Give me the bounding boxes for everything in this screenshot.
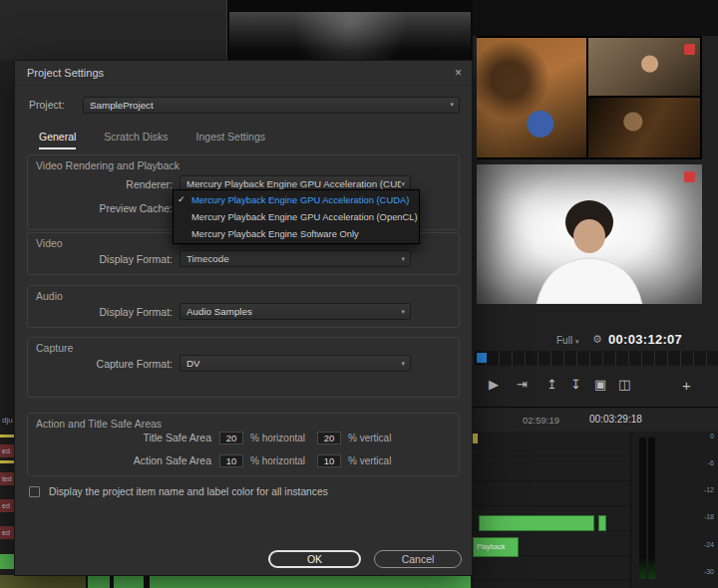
- video-display-format-dropdown[interactable]: Timecode ▾: [180, 250, 411, 267]
- action-safe-vertical-input[interactable]: [317, 454, 341, 467]
- display-label-checkbox-label: Display the project item name and label …: [49, 486, 328, 497]
- timeline-clip[interactable]: [0, 575, 86, 588]
- capture-format-dropdown[interactable]: DV ▾: [180, 355, 411, 372]
- dialog-tabs: General Scratch Disks Ingest Settings: [39, 131, 265, 149]
- clip-label: Playback: [474, 538, 518, 556]
- timeline-clip[interactable]: [479, 515, 594, 531]
- meter-scale-label: -30: [704, 568, 714, 575]
- multicam-grid: [477, 36, 702, 159]
- dialog-titlebar: Project Settings ×: [15, 61, 472, 86]
- program-monitor[interactable]: [477, 164, 702, 304]
- vertical-suffix: % vertical: [348, 433, 391, 443]
- menu-item-label: Mercury Playback Engine Software Only: [191, 228, 359, 239]
- tab-scratch-disks[interactable]: Scratch Disks: [104, 131, 168, 149]
- check-icon: ✓: [178, 191, 185, 208]
- group-title: Action and Title Safe Areas: [36, 418, 162, 430]
- transport-controls: ▶ ⇥ ↥ ↧ ▣ ◫ +: [473, 367, 718, 407]
- action-safe-area-label: Action Safe Area: [28, 454, 211, 466]
- dialog-buttons: OK Cancel: [268, 550, 462, 568]
- button-editor-plus-icon[interactable]: +: [682, 377, 691, 394]
- export-frame-button[interactable]: ▣: [594, 377, 606, 392]
- video-display-format-value: Timecode: [180, 253, 401, 264]
- top-video-strip: [473, 0, 718, 36]
- program-time-ruler[interactable]: [473, 351, 718, 366]
- record-badge: [684, 44, 695, 55]
- settings-wrench-icon[interactable]: ⚙: [592, 333, 602, 346]
- chevron-down-icon: ▾: [401, 308, 405, 316]
- premiere-app: Full ▾ ⚙ 00:03:12:07 ▶ ⇥ ↥ ↧ ▣ ◫ + 02:59…: [0, 0, 718, 588]
- timecode-in[interactable]: 02:59:19: [523, 415, 559, 426]
- project-dropdown[interactable]: SampleProject ▾: [83, 97, 460, 114]
- lift-button[interactable]: ↥: [546, 377, 557, 392]
- tab-ingest-settings[interactable]: Ingest Settings: [196, 131, 265, 149]
- cancel-button[interactable]: Cancel: [374, 550, 462, 568]
- zoom-level-value: Full: [556, 335, 572, 346]
- marker-sliver: [473, 434, 478, 443]
- step-forward-button[interactable]: ⇥: [517, 377, 528, 392]
- marker-line: [0, 460, 14, 463]
- audio-display-format-value: Audio Samples: [180, 306, 401, 317]
- panel-top-left: [0, 0, 227, 60]
- menu-item-label: Mercury Playback Engine GPU Acceleration…: [191, 194, 409, 205]
- audio-meters: 0 -6 -12 -18 -24 -30: [630, 432, 718, 588]
- meter-scale-label: 0: [710, 433, 714, 440]
- menu-item-opencl[interactable]: Mercury Playback Engine GPU Acceleration…: [174, 208, 419, 225]
- group-capture: Capture Capture Format: DV ▾: [27, 337, 460, 398]
- menu-item-label: Mercury Playback Engine GPU Acceleration…: [191, 211, 418, 222]
- display-label-row: Display the project item name and label …: [29, 486, 328, 497]
- close-icon[interactable]: ×: [455, 61, 462, 86]
- group-safe-areas: Action and Title Safe Areas Title Safe A…: [27, 413, 460, 476]
- timeline-clip[interactable]: [150, 575, 471, 588]
- clip-fragment[interactable]: ed.: [0, 444, 14, 457]
- group-title: Audio: [36, 290, 63, 302]
- capture-format-value: DV: [180, 358, 401, 369]
- project-settings-dialog: Project Settings × Project: SampleProjec…: [14, 60, 473, 576]
- clip-fragment[interactable]: ed: [0, 526, 14, 539]
- clip-fragment[interactable]: ted: [0, 472, 14, 485]
- group-audio: Audio Display Format: Audio Samples ▾: [27, 285, 460, 328]
- timeline-tracks: Playback: [473, 432, 630, 588]
- person-silhouette: [477, 164, 702, 304]
- renderer-dropdown-value: Mercury Playback Engine GPU Acceleration…: [180, 178, 401, 189]
- timecode-out[interactable]: 00:03:29:18: [589, 414, 642, 425]
- group-title: Video Rendering and Playback: [36, 159, 180, 171]
- multicam-cell-guitar[interactable]: [477, 38, 586, 157]
- marker-line: [0, 435, 14, 438]
- playhead[interactable]: [477, 353, 487, 363]
- horizontal-suffix: % horizontal: [250, 433, 305, 443]
- vertical-suffix: % vertical: [348, 455, 391, 466]
- audio-display-format-dropdown[interactable]: Audio Samples ▾: [180, 303, 411, 320]
- group-title: Capture: [36, 342, 73, 354]
- title-safe-vertical-input[interactable]: [317, 432, 341, 444]
- tab-general[interactable]: General: [39, 131, 76, 149]
- action-safe-horizontal-input[interactable]: [219, 454, 243, 467]
- display-label-checkbox[interactable]: [29, 486, 40, 497]
- timeline-clip[interactable]: [598, 515, 606, 531]
- meter-bar-right: [648, 438, 655, 579]
- ok-button[interactable]: OK: [268, 550, 361, 568]
- clip-fragment-green[interactable]: [0, 554, 14, 569]
- meter-scale-label: -6: [708, 459, 714, 466]
- title-safe-area-label: Title Safe Area: [28, 432, 211, 443]
- clip-fragment[interactable]: ed: [0, 499, 14, 512]
- chevron-down-icon: ▾: [401, 360, 405, 368]
- project-row: Project: SampleProject ▾: [29, 96, 460, 114]
- menu-item-software-only[interactable]: Mercury Playback Engine Software Only: [174, 225, 419, 242]
- zoom-level-select[interactable]: Full ▾: [556, 335, 578, 346]
- timeline-clip[interactable]: [88, 575, 110, 588]
- menu-item-cuda[interactable]: ✓ Mercury Playback Engine GPU Accelerati…: [174, 191, 419, 208]
- timeline-clip-playback[interactable]: Playback: [473, 537, 519, 557]
- meter-scale-label: -12: [704, 486, 714, 493]
- renderer-dropdown-menu: ✓ Mercury Playback Engine GPU Accelerati…: [173, 189, 420, 244]
- project-dropdown-value: SampleProject: [84, 100, 450, 111]
- comparison-view-button[interactable]: ◫: [618, 377, 630, 392]
- title-safe-horizontal-input[interactable]: [219, 432, 243, 444]
- chevron-down-icon: ▾: [401, 180, 405, 188]
- multicam-cell-drums[interactable]: [588, 98, 700, 157]
- program-timecode[interactable]: 00:03:12:07: [608, 332, 682, 347]
- source-monitor-video: [229, 12, 471, 60]
- chevron-down-icon: ▾: [401, 255, 405, 263]
- extract-button[interactable]: ↧: [570, 377, 581, 392]
- play-button[interactable]: ▶: [489, 377, 499, 392]
- timeline-clip[interactable]: [114, 575, 144, 588]
